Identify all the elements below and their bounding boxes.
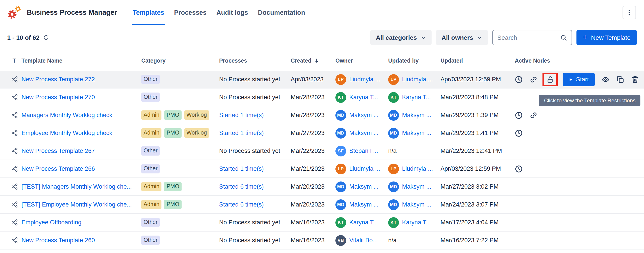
search-input[interactable] (497, 34, 557, 41)
updated-by-avatar: KT (388, 92, 399, 103)
more-options-button[interactable] (622, 6, 636, 19)
shared-link-icon[interactable] (530, 111, 538, 119)
category-chip: Admin (141, 129, 162, 138)
updated-by-avatar: LP (388, 74, 399, 85)
template-name-link[interactable]: New Process Template 272 (22, 76, 95, 83)
owners-filter-dropdown[interactable]: All owners (436, 30, 488, 45)
processes-link[interactable]: Started 1 time(s) (219, 112, 264, 118)
process-template-icon (11, 148, 18, 154)
pagination-count: 1 - 10 of 62 (7, 34, 50, 41)
owner-link[interactable]: Maksym ... (349, 112, 378, 118)
category-chip: Other (141, 236, 160, 245)
process-template-icon (11, 130, 18, 136)
updated-by-link[interactable]: Karyna T... (402, 219, 431, 226)
table-row[interactable]: New Process Template 260 Other No Proces… (0, 232, 644, 250)
active-nodes-clock-icon[interactable] (515, 129, 523, 137)
table-row[interactable]: New Process Template 267 Other No Proces… (0, 142, 644, 160)
updated-by-link[interactable]: Karyna T... (402, 94, 431, 101)
updated-by-link[interactable]: Maksym ... (402, 201, 431, 208)
refresh-icon[interactable] (43, 34, 50, 41)
updated-by-avatar: MD (388, 128, 399, 138)
created-date: Mar/20/2023 (291, 201, 325, 208)
owner-link[interactable]: Liudmyla ... (349, 165, 380, 172)
copy-template-icon[interactable] (616, 75, 624, 83)
template-name-link[interactable]: New Process Template 266 (22, 165, 95, 172)
table-row[interactable]: Managers Monthly Worklog check Admin PMO… (0, 106, 644, 124)
active-nodes-clock-icon[interactable] (515, 111, 523, 119)
updated-by-link[interactable]: Maksym ... (402, 130, 431, 136)
table-row[interactable]: [TEST] Managers Monthly Worklog che... A… (0, 178, 644, 196)
template-name-link[interactable]: [TEST] Employee Monthly Worklog che... (22, 201, 132, 208)
owner-link[interactable]: Maksym ... (349, 130, 378, 136)
category-chip: Admin (141, 182, 162, 191)
new-template-button[interactable]: + New Template (576, 30, 637, 45)
table-row[interactable]: Employee Offboarding Other No Process st… (0, 214, 644, 232)
column-header-type[interactable]: T (7, 58, 22, 64)
start-button[interactable]: Start (562, 73, 594, 86)
owner-link[interactable]: Maksym ... (349, 183, 378, 190)
processes-status: No Process started yet (219, 237, 280, 244)
updated-timestamp: Apr/03/2023 12:59 PM (440, 165, 501, 172)
table-row[interactable]: New Process Template 266 Other Started 1… (0, 160, 644, 178)
owner-link[interactable]: Stepan F... (349, 148, 378, 154)
process-template-icon (11, 219, 18, 226)
template-name-link[interactable]: New Process Template 270 (22, 94, 95, 101)
process-template-icon (11, 183, 18, 190)
column-header-category[interactable]: Category (141, 58, 219, 64)
template-name-link[interactable]: New Process Template 267 (22, 148, 95, 154)
category-chip: Other (141, 164, 160, 173)
owner-link[interactable]: Maksym ... (349, 201, 378, 208)
owner-avatar: SF (336, 146, 346, 156)
table-header-row: T Template Name Category Processes Creat… (0, 51, 644, 71)
template-restrictions-lock-icon[interactable] (546, 75, 554, 83)
updated-by-avatar: MD (388, 199, 399, 210)
template-name-link[interactable]: [TEST] Managers Monthly Worklog che... (22, 183, 132, 190)
template-name-link[interactable]: Managers Monthly Worklog check (22, 112, 112, 118)
categories-filter-dropdown[interactable]: All categories (370, 30, 432, 45)
template-name-link[interactable]: New Process Template 260 (22, 237, 95, 244)
owner-link[interactable]: Liudmyla ... (349, 76, 380, 83)
tab-templates[interactable]: Templates (128, 0, 169, 25)
template-name-link[interactable]: Employee Monthly Worklog check (22, 130, 112, 136)
updated-by-link[interactable]: Liudmyla ... (402, 76, 433, 83)
active-nodes-clock-icon[interactable] (515, 165, 523, 173)
tab-audit-logs[interactable]: Audit logs (212, 0, 253, 25)
created-date: Mar/21/2023 (291, 165, 325, 172)
updated-timestamp: Apr/03/2023 12:59 PM (440, 76, 501, 83)
table-row[interactable]: New Process Template 272 Other No Proces… (0, 71, 644, 88)
template-name-link[interactable]: Employee Offboarding (22, 219, 82, 226)
play-icon (568, 77, 573, 82)
main-nav: Templates Processes Audit logs Documenta… (128, 0, 310, 25)
delete-template-icon[interactable] (631, 75, 639, 83)
updated-by-link[interactable]: Liudmyla ... (402, 165, 433, 172)
processes-link[interactable]: Started 1 time(s) (219, 165, 264, 172)
column-header-owner[interactable]: Owner (336, 58, 388, 64)
column-header-created[interactable]: Created (291, 58, 336, 64)
updated-by-link[interactable]: Maksym ... (402, 112, 431, 118)
column-header-updated[interactable]: Updated (440, 58, 515, 64)
tab-processes[interactable]: Processes (169, 0, 212, 25)
updated-by-avatar: KT (388, 217, 399, 228)
active-nodes-clock-icon[interactable] (515, 75, 523, 83)
owner-link[interactable]: Karyna T... (349, 94, 378, 101)
owner-link[interactable]: Vitalii Bo... (349, 237, 378, 244)
column-header-processes[interactable]: Processes (219, 58, 291, 64)
shared-link-icon[interactable] (530, 75, 538, 83)
tab-documentation[interactable]: Documentation (253, 0, 310, 25)
table-row[interactable]: [TEST] Employee Monthly Worklog che... A… (0, 196, 644, 214)
owner-link[interactable]: Karyna T... (349, 219, 378, 226)
updated-by-link[interactable]: Maksym ... (402, 183, 431, 190)
search-box[interactable] (492, 30, 572, 45)
column-header-updated-by[interactable]: Updated by (388, 58, 440, 64)
column-header-template-name[interactable]: Template Name (22, 58, 141, 64)
table-row[interactable]: Employee Monthly Worklog check Admin PMO… (0, 124, 644, 142)
created-date: Apr/03/2023 (291, 76, 324, 83)
category-chip: Other (141, 93, 160, 102)
processes-link[interactable]: Started 6 time(s) (219, 201, 264, 208)
processes-link[interactable]: Started 6 time(s) (219, 183, 264, 190)
created-date: Mar/28/2023 (291, 94, 325, 101)
owner-avatar: LP (336, 74, 346, 85)
view-template-eye-icon[interactable] (601, 75, 609, 83)
updated-by-na: n/a (388, 148, 397, 154)
processes-link[interactable]: Started 1 time(s) (219, 130, 264, 136)
